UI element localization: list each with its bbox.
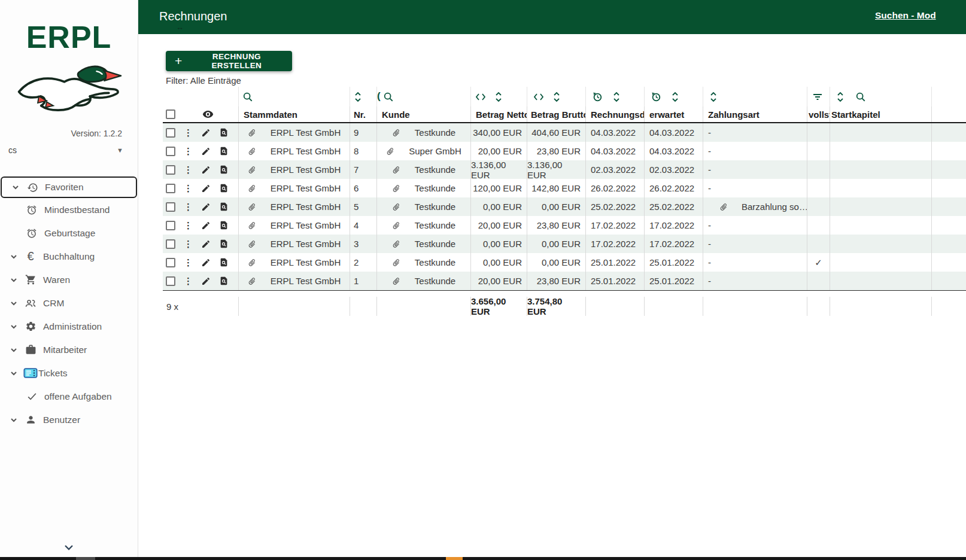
attachment-icon[interactable]	[246, 257, 258, 269]
chevron-down-icon[interactable]	[10, 416, 19, 424]
row-checkbox[interactable]	[166, 239, 175, 249]
sidebar-item-geburtstage[interactable]: Geburtstage	[0, 221, 138, 245]
attachment-icon[interactable]	[390, 238, 402, 250]
sidebar-item-favoriten[interactable]: Favoriten	[1, 176, 137, 198]
kunde-value: Testkunde	[415, 220, 455, 230]
visibility-icon[interactable]	[202, 110, 214, 118]
attachment-icon[interactable]	[246, 145, 258, 157]
attachment-icon[interactable]	[246, 275, 258, 287]
search-icon[interactable]	[855, 92, 866, 102]
zahlungsart-value: -	[708, 146, 711, 156]
row-checkbox[interactable]	[166, 128, 175, 138]
sidebar-item-waren[interactable]: Waren	[0, 268, 138, 291]
sidebar-item-mitarbeiter[interactable]: Mitarbeiter	[0, 338, 138, 361]
row-menu-icon[interactable]: ⋮	[184, 257, 193, 268]
history-filter-icon[interactable]	[651, 92, 661, 102]
attachment-icon[interactable]	[246, 182, 258, 194]
chevron-down-icon[interactable]	[11, 183, 21, 191]
search-icon[interactable]	[242, 92, 253, 102]
row-menu-icon[interactable]: ⋮	[184, 220, 193, 231]
row-checkbox[interactable]	[166, 258, 175, 267]
attachment-icon[interactable]	[390, 182, 402, 194]
edit-icon[interactable]	[201, 221, 211, 230]
sort-icon[interactable]	[612, 91, 621, 103]
sort-icon[interactable]	[552, 91, 561, 103]
chevron-down-icon[interactable]	[10, 346, 19, 354]
sidebar-item-offene-aufgaben[interactable]: offene Aufgaben	[0, 385, 138, 408]
sort-icon[interactable]	[709, 91, 718, 103]
edit-icon[interactable]	[201, 276, 211, 286]
chevron-down-icon[interactable]	[10, 299, 19, 308]
attachment-icon[interactable]	[390, 220, 402, 232]
sidebar-item-tickets[interactable]: Tickets	[0, 361, 138, 385]
attachment-icon[interactable]	[390, 257, 402, 269]
chevron-down-icon[interactable]	[10, 369, 19, 378]
edit-icon[interactable]	[201, 258, 211, 267]
row-checkbox[interactable]	[166, 165, 175, 175]
edit-icon[interactable]	[201, 239, 211, 249]
chevron-down-icon[interactable]	[10, 276, 19, 284]
row-menu-icon[interactable]: ⋮	[184, 276, 193, 287]
sidebar-item-mindestbestand[interactable]: Mindestbestand	[0, 198, 138, 221]
chevron-down-icon[interactable]	[10, 322, 19, 331]
row-checkbox[interactable]	[166, 184, 175, 193]
row-checkbox[interactable]	[166, 276, 175, 286]
create-invoice-button[interactable]: + RECHNUNG ERSTELLEN	[166, 51, 292, 71]
select-all-checkbox[interactable]	[166, 109, 175, 119]
attachment-icon[interactable]	[246, 220, 258, 232]
sidebar-item-buchhaltung[interactable]: € Buchhaltung	[0, 245, 138, 268]
row-checkbox[interactable]	[166, 202, 175, 212]
edit-icon[interactable]	[201, 147, 211, 156]
preview-document-icon[interactable]	[219, 202, 229, 212]
preview-document-icon[interactable]	[219, 276, 229, 286]
attachment-icon[interactable]	[246, 238, 258, 250]
sidebar-item-administration[interactable]: Administration	[0, 315, 138, 338]
chevron-down-icon[interactable]	[10, 252, 19, 261]
history-filter-icon[interactable]	[592, 92, 603, 102]
edit-icon[interactable]	[201, 165, 211, 175]
row-checkbox[interactable]	[166, 147, 175, 156]
range-filter-icon[interactable]	[475, 93, 486, 101]
sidebar-item-crm[interactable]: CRM	[0, 291, 138, 315]
search-icon[interactable]	[383, 92, 394, 102]
preview-document-icon[interactable]	[219, 183, 229, 193]
preview-document-icon[interactable]	[219, 220, 229, 230]
user-select[interactable]: cs ▼	[8, 144, 123, 157]
sidebar-scroll-down-icon[interactable]	[63, 544, 74, 551]
range-filter-icon[interactable]	[533, 93, 544, 101]
sort-icon[interactable]	[671, 91, 679, 103]
preview-document-icon[interactable]	[219, 239, 229, 249]
row-menu-icon[interactable]: ⋮	[184, 146, 193, 157]
row-checkbox[interactable]	[166, 221, 175, 230]
attachment-icon[interactable]	[390, 164, 402, 176]
resize-handle-icon[interactable]: ↔	[176, 23, 184, 32]
row-menu-icon[interactable]: ⋮	[184, 239, 193, 249]
edit-icon[interactable]	[201, 202, 211, 212]
column-header-nr: Nr.	[350, 106, 376, 122]
row-menu-icon[interactable]: ⋮	[184, 165, 193, 175]
preview-document-icon[interactable]	[219, 127, 229, 138]
erwartet-value: 25.02.2022	[644, 197, 703, 216]
attachment-icon[interactable]	[246, 127, 258, 139]
preview-document-icon[interactable]	[219, 165, 229, 175]
edit-icon[interactable]	[201, 184, 211, 193]
search-mode-link[interactable]: Suchen - Mod	[875, 10, 936, 21]
attachment-icon[interactable]	[390, 127, 402, 139]
edit-icon[interactable]	[201, 128, 211, 138]
sort-icon[interactable]	[494, 91, 503, 103]
preview-document-icon[interactable]	[219, 257, 229, 267]
preview-document-icon[interactable]	[219, 146, 229, 156]
sort-icon[interactable]	[354, 91, 362, 103]
filter-list-icon[interactable]	[813, 93, 822, 101]
attachment-icon[interactable]	[246, 164, 258, 176]
sort-icon[interactable]	[836, 91, 845, 103]
attachment-icon[interactable]	[246, 201, 258, 213]
row-menu-icon[interactable]: ⋮	[184, 127, 193, 138]
sidebar-item-benutzer[interactable]: Benutzer	[0, 408, 138, 431]
row-menu-icon[interactable]: ⋮	[184, 202, 193, 212]
attachment-icon[interactable]	[384, 145, 396, 157]
attachment-icon[interactable]	[390, 275, 402, 287]
attachment-icon[interactable]	[718, 201, 730, 213]
attachment-icon[interactable]	[390, 201, 402, 213]
row-menu-icon[interactable]: ⋮	[184, 183, 193, 194]
